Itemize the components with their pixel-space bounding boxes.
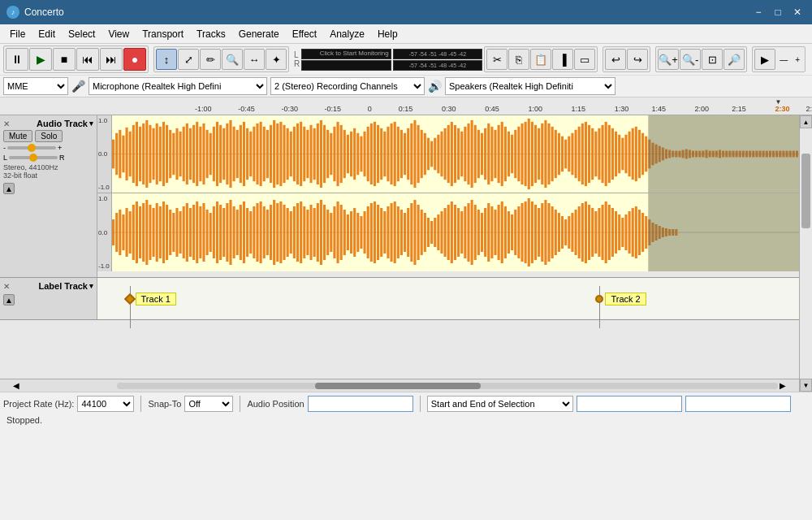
svg-rect-108 bbox=[464, 127, 466, 181]
selection-end-input[interactable]: 00 h 02 m 36.776 s bbox=[685, 396, 791, 412]
copy-button[interactable]: ⎘ bbox=[508, 49, 529, 70]
label-track: ✕ Label Track ▾ ▲ Track 1 bbox=[0, 278, 799, 320]
menu-view[interactable]: View bbox=[102, 27, 136, 41]
svg-rect-133 bbox=[547, 124, 550, 184]
svg-rect-121 bbox=[508, 132, 510, 176]
gain-slider[interactable] bbox=[7, 146, 56, 150]
mute-button[interactable]: Mute bbox=[3, 130, 32, 142]
menu-file[interactable]: File bbox=[3, 27, 32, 41]
pan-slider[interactable] bbox=[9, 156, 58, 159]
menu-tracks[interactable]: Tracks bbox=[190, 27, 232, 41]
zoom-sel-button[interactable]: 🔎 bbox=[723, 49, 745, 70]
label-track-collapse[interactable]: ▲ bbox=[3, 294, 15, 306]
minimize-button[interactable]: − bbox=[750, 4, 767, 20]
scroll-right-button[interactable]: ▶ bbox=[780, 381, 786, 390]
menu-effect[interactable]: Effect bbox=[286, 27, 323, 41]
svg-rect-140 bbox=[571, 133, 573, 175]
label-track-content[interactable]: Track 1 Track 2 bbox=[97, 278, 799, 318]
svg-rect-224 bbox=[156, 203, 158, 262]
svg-rect-22 bbox=[175, 128, 178, 180]
playback-play[interactable]: ▶ bbox=[754, 49, 775, 70]
svg-rect-235 bbox=[192, 205, 195, 260]
svg-rect-320 bbox=[477, 210, 480, 255]
menu-edit[interactable]: Edit bbox=[32, 27, 62, 41]
undo-button[interactable]: ↩ bbox=[605, 49, 626, 70]
title-bar: ♪ Concerto − □ ✕ bbox=[0, 0, 812, 24]
play-button[interactable]: ▶ bbox=[29, 48, 52, 71]
menu-analyze[interactable]: Analyze bbox=[323, 27, 371, 41]
redo-button[interactable]: ↪ bbox=[627, 49, 648, 70]
menu-help[interactable]: Help bbox=[371, 27, 404, 41]
menu-generate[interactable]: Generate bbox=[232, 27, 286, 41]
audio-track-name-button[interactable]: Audio Track ▾ bbox=[37, 119, 93, 128]
audio-position-label: Audio Position bbox=[247, 399, 304, 409]
audio-track-waveform[interactable]: 1.0 0.0 -1.0 generate bars bbox=[97, 115, 799, 277]
speaker-select[interactable]: Speakers (Realtek High Definiti bbox=[445, 77, 615, 95]
microphone-select[interactable]: Microphone (Realtek High Defini bbox=[89, 77, 267, 95]
pause-button[interactable]: ⏸ bbox=[6, 48, 28, 71]
solo-button[interactable]: Solo bbox=[35, 130, 63, 142]
audio-track-close[interactable]: ✕ bbox=[3, 119, 10, 128]
monitoring-btn[interactable]: Click to Start Monitoring bbox=[320, 50, 389, 57]
project-rate-select[interactable]: 44100 bbox=[77, 396, 134, 412]
audio-track: ✕ Audio Track ▾ Mute Solo - + L bbox=[0, 115, 799, 278]
multi-tool[interactable]: ✦ bbox=[266, 49, 287, 70]
svg-rect-293 bbox=[387, 206, 389, 258]
menu-transport[interactable]: Transport bbox=[136, 27, 190, 41]
skip-forward-button[interactable]: ⏭ bbox=[100, 48, 123, 71]
svg-rect-38 bbox=[229, 120, 231, 188]
h-scrollbar[interactable]: ◀ ▶ bbox=[0, 379, 799, 392]
channels-select[interactable]: 2 (Stereo) Recording Channels bbox=[270, 77, 425, 95]
audio-host-select[interactable]: MME bbox=[3, 77, 68, 95]
menu-select[interactable]: Select bbox=[62, 27, 102, 41]
draw-tool[interactable]: ✏ bbox=[200, 49, 221, 70]
scroll-left-button[interactable]: ◀ bbox=[13, 381, 19, 390]
skip-back-button[interactable]: ⏮ bbox=[76, 48, 99, 71]
svg-rect-16 bbox=[156, 124, 158, 184]
selection-mode-select[interactable]: Start and End of Selection bbox=[427, 396, 573, 412]
v-scroll-down[interactable]: ▼ bbox=[800, 379, 812, 392]
zoom-fit-button[interactable]: ⊡ bbox=[702, 49, 723, 70]
paste-button[interactable]: 📋 bbox=[530, 49, 551, 70]
svg-rect-95 bbox=[421, 130, 423, 178]
envelope-tool[interactable]: ⤢ bbox=[178, 49, 199, 70]
label-track-close[interactable]: ✕ bbox=[3, 282, 10, 291]
timeshift-tool[interactable]: ↔ bbox=[244, 49, 265, 70]
h-scroll-thumb[interactable] bbox=[315, 383, 481, 389]
maximize-button[interactable]: □ bbox=[770, 4, 786, 20]
svg-rect-82 bbox=[377, 125, 379, 183]
zoom-in-tool[interactable]: 🔍 bbox=[222, 49, 243, 70]
snap-to-label: Snap-To bbox=[148, 399, 181, 409]
svg-rect-212 bbox=[115, 213, 118, 252]
cut-button[interactable]: ✂ bbox=[486, 49, 508, 70]
v-scroll-track[interactable] bbox=[800, 128, 812, 379]
snap-to-select[interactable]: Off bbox=[184, 396, 233, 412]
svg-rect-143 bbox=[581, 124, 584, 184]
label-track-name-button[interactable]: Label Track ▾ bbox=[38, 281, 93, 291]
silence-button[interactable]: ▭ bbox=[574, 49, 595, 70]
trim-button[interactable]: ▐ bbox=[552, 49, 573, 70]
zoom-in-button[interactable]: 🔍+ bbox=[658, 49, 679, 70]
playback-controls: ▶ — + bbox=[752, 46, 806, 72]
svg-rect-123 bbox=[514, 130, 516, 178]
v-scroll-thumb[interactable] bbox=[801, 154, 810, 228]
record-button[interactable]: ● bbox=[123, 48, 146, 71]
close-button[interactable]: ✕ bbox=[789, 4, 806, 20]
h-scroll-track[interactable] bbox=[117, 383, 778, 389]
svg-rect-61 bbox=[306, 130, 309, 178]
svg-rect-31 bbox=[206, 130, 209, 178]
svg-rect-47 bbox=[260, 122, 262, 186]
selection-start-input[interactable]: 00 h 02 m 23.653 s bbox=[577, 396, 682, 412]
v-scrollbar[interactable]: ▲ ▼ bbox=[799, 115, 812, 392]
selection-tool[interactable]: ↕ bbox=[156, 49, 177, 70]
audio-position-input[interactable]: 00 h 02 m 23.653 s bbox=[308, 396, 413, 412]
track-collapse-button[interactable]: ▲ bbox=[3, 183, 15, 194]
svg-rect-70 bbox=[336, 122, 339, 186]
stop-button[interactable]: ■ bbox=[53, 48, 76, 71]
svg-rect-352 bbox=[585, 202, 587, 263]
svg-rect-91 bbox=[407, 128, 409, 180]
v-scroll-up[interactable]: ▲ bbox=[800, 115, 812, 128]
zoom-out-button[interactable]: 🔍- bbox=[680, 49, 701, 70]
svg-rect-81 bbox=[374, 122, 376, 186]
svg-rect-39 bbox=[233, 127, 235, 181]
